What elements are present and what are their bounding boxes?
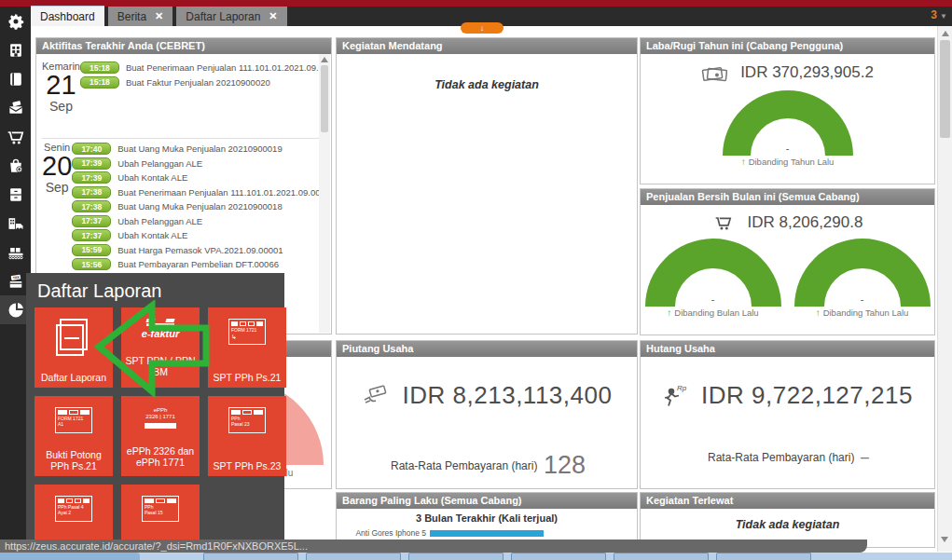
top-red-strip — [0, 0, 952, 7]
list-item[interactable]: 17:37Ubah Pelanggan ALE — [72, 214, 319, 229]
activity-month: Sep — [42, 180, 72, 195]
list-item[interactable]: 17:38Buat Uang Muka Penjualan 2021090001… — [72, 199, 319, 214]
chart-subtitle: 3 Bulan Terakhir (Kali terjual) — [337, 512, 637, 524]
list-item[interactable]: 15:56Buat Pembayaran Pembelian DFT.00066 — [72, 257, 319, 272]
pph-pasal-4-2-icon: PPh Pasal 4 Ayat 2 — [34, 496, 113, 522]
gauge-value: - — [786, 143, 790, 154]
time-badge: 15:18 — [80, 76, 119, 89]
tab-berita-label: Berita — [117, 10, 146, 23]
scroll-down-arrow-icon[interactable] — [941, 537, 948, 542]
payable-running-money-icon: Rp — [662, 384, 688, 408]
time-badge: 17:40 — [72, 143, 111, 155]
list-item[interactable]: 15:18Buat Faktur Penjualan 20210900020 — [80, 75, 319, 90]
tab-daftar-laporan[interactable]: Daftar Laporan ✕ — [176, 7, 286, 26]
list-item[interactable]: 15:18Buat Penerimaan Penjualan 111.101.0… — [80, 61, 319, 75]
panel-missed-title: Kegiatan Terlewat — [641, 493, 934, 509]
tab-berita[interactable]: Berita ✕ — [108, 7, 173, 26]
close-icon[interactable]: ✕ — [155, 10, 163, 22]
activity-scrollbar[interactable] — [319, 54, 330, 333]
activity-date: 20 — [42, 153, 72, 180]
panel-payable: Hutang Usaha Rp IDR 9,722,127,215 Rata-R… — [640, 340, 935, 489]
green-annotation-arrow — [93, 300, 214, 398]
close-icon[interactable]: ✕ — [269, 10, 277, 22]
profit-value: IDR 370,293,905.2 — [740, 63, 874, 82]
status-url: https://zeus.accurate.id/accurate/?_dsi=… — [5, 540, 308, 552]
receivable-value: IDR 8,213,113,400 — [403, 381, 613, 410]
cart-icon — [712, 213, 735, 232]
epph-form-icon: ePPh 2326 | 1771 — [121, 407, 200, 429]
tab-daftar-laporan-label: Daftar Laporan — [186, 10, 260, 23]
money-wallet-icon — [701, 63, 727, 82]
pph-pasal-23-icon: PPh Pasal 23 — [208, 407, 286, 433]
svg-text:TAX: TAX — [12, 275, 20, 280]
bar-fill — [430, 530, 544, 537]
time-badge: 15:56 — [72, 258, 111, 270]
taskbar-window-button[interactable] — [408, 553, 504, 560]
list-item[interactable]: 17:38Buat Penerimaan Penjualan 111.101.0… — [72, 185, 319, 200]
panel-profit-title: Laba/Rugi Tahun ini (Cabang Pengguna) — [641, 38, 934, 54]
list-item[interactable]: 15:59Buat Harga Pemasok VPA.2021.09.0000… — [72, 243, 319, 258]
inventory-drawer-icon[interactable] — [0, 180, 31, 209]
missed-empty-text: Tidak ada kegiatan — [641, 518, 934, 531]
tile-bukti-potong-pph-21[interactable]: FORM 1721 A1 Bukti Potong PPh Ps.21 — [34, 396, 113, 476]
status-bar: https://zeus.accurate.id/accurate/?_dsi=… — [0, 540, 867, 553]
activity-date: 21 — [42, 72, 80, 99]
taskbar-window-button[interactable] — [614, 553, 709, 560]
panel-payable-title: Hutang Usaha — [641, 341, 934, 357]
net-sales-value: IDR 8,206,290.8 — [748, 213, 863, 232]
time-badge: 17:39 — [72, 171, 111, 184]
time-badge: 15:59 — [72, 244, 111, 256]
panel-receivable: Piutang Usaha IDR 8,213,113,400 Rata-Rat… — [336, 340, 638, 489]
gauge-note: Dibanding Tahun Lalu — [749, 157, 835, 167]
panel-upcoming: Kegiatan Mendatang Tidak ada kegiatan — [336, 37, 638, 335]
taskbar-window-button[interactable] — [306, 553, 401, 560]
scroll-down-button[interactable]: ↓ — [461, 22, 504, 34]
scrollbar-thumb[interactable] — [321, 65, 328, 132]
panel-receivable-title: Piutang Usaha — [337, 341, 637, 357]
company-building-icon[interactable] — [0, 35, 31, 64]
payable-metric-value: – — [861, 449, 869, 466]
list-item[interactable]: 17:39Ubah Pelanggan ALE — [72, 157, 319, 171]
chevron-down-icon[interactable]: ▼ — [940, 12, 947, 20]
tab-dashboard-label: Dashboard — [40, 10, 95, 23]
tile-spt-pph-23[interactable]: PPh Pasal 23 SPT PPh Ps.23 — [208, 396, 286, 476]
list-item[interactable]: 17:39Ubah Kontak ALE — [72, 171, 319, 185]
taskbar-start[interactable] — [0, 553, 140, 560]
panel-top-items-title: Barang Paling Laku (Semua Cabang) — [337, 493, 637, 509]
up-arrow-icon: ↑ — [816, 307, 821, 318]
notification-count-badge[interactable]: 3 — [931, 8, 937, 21]
ledger-book-icon[interactable] — [0, 64, 31, 93]
taskbar-window-button[interactable] — [511, 553, 606, 560]
taskbar-window-button[interactable] — [716, 553, 811, 560]
manufacture-conveyor-icon[interactable] — [0, 238, 31, 266]
time-badge: 17:38 — [72, 200, 111, 212]
scrollbar-thumb[interactable] — [940, 40, 950, 138]
receivable-metric-label: Rata-Rata Pembayaran (hari) — [391, 459, 537, 472]
activity-group: Kemarin 21 Sep 15:18Buat Penerimaan Penj… — [42, 58, 319, 114]
list-item[interactable]: 17:40Buat Uang Muka Penjualan 2021090001… — [72, 142, 319, 157]
up-arrow-icon: ↑ — [741, 157, 746, 167]
payable-value: IDR 9,722,127,215 — [701, 381, 913, 410]
sales-cart-icon[interactable] — [0, 122, 31, 151]
svg-text:Rp: Rp — [677, 384, 687, 392]
fixed-assets-icon[interactable] — [0, 209, 31, 238]
time-badge: 17:38 — [72, 186, 111, 198]
taskbar-window-button[interactable] — [203, 553, 298, 560]
pph-pasal-15-icon: PPh Pasal 15 — [121, 496, 200, 522]
receivable-hand-money-icon — [362, 385, 390, 407]
list-item[interactable]: 17:37Ubah Kontak ALE — [72, 228, 319, 243]
payable-metric-label: Rata-Rata Pembayaran (hari) — [708, 451, 854, 464]
form-1721-icon: FORM 1721↳ — [208, 319, 286, 345]
cash-envelope-icon[interactable] — [0, 93, 31, 122]
scroll-up-arrow-icon[interactable] — [321, 57, 328, 62]
tile-spt-pph-21[interactable]: FORM 1721↳ SPT PPh Ps.21 — [208, 307, 286, 388]
taskbar — [0, 553, 952, 560]
panel-profit: Laba/Rugi Tahun ini (Cabang Pengguna) ID… — [640, 37, 935, 184]
main-scrollbar[interactable] — [937, 26, 952, 552]
scroll-up-arrow-icon[interactable] — [942, 31, 949, 36]
settings-gear-icon[interactable] — [0, 7, 31, 35]
purchase-bag-icon[interactable] — [0, 151, 31, 180]
panel-upcoming-title: Kegiatan Mendatang — [337, 38, 637, 54]
tab-dashboard[interactable]: Dashboard — [31, 6, 104, 26]
tile-epph-2326-1771[interactable]: ePPh 2326 | 1771 ePPh 2326 dan ePPh 1771 — [121, 396, 200, 476]
